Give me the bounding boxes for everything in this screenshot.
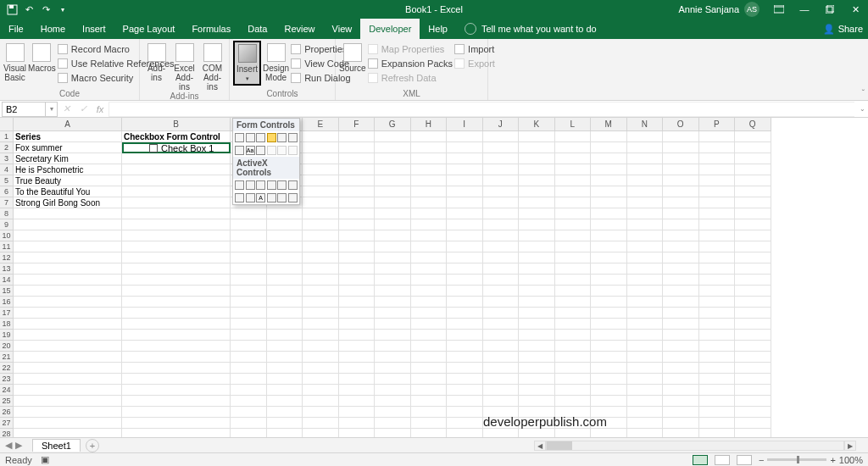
fc-edit-icon[interactable]: [288, 146, 298, 155]
cell-A10[interactable]: [14, 230, 122, 241]
cell-K15[interactable]: [519, 286, 555, 297]
row-header-18[interactable]: 18: [0, 319, 14, 330]
cell-Q28[interactable]: [735, 429, 771, 437]
cell-O10[interactable]: [663, 230, 699, 241]
cell-E19[interactable]: [303, 330, 339, 341]
cell-E20[interactable]: [303, 341, 339, 352]
cell-B16[interactable]: [122, 297, 231, 308]
cell-A19[interactable]: [14, 330, 122, 341]
cell-G9[interactable]: [375, 219, 411, 230]
horizontal-scrollbar[interactable]: ◀ ▶: [534, 440, 856, 452]
cell-D17[interactable]: [267, 308, 303, 319]
cell-L9[interactable]: [555, 219, 592, 230]
cell-P9[interactable]: [699, 219, 736, 230]
cell-C17[interactable]: [231, 308, 267, 319]
cell-N20[interactable]: [627, 341, 664, 352]
cell-C24[interactable]: [231, 385, 267, 396]
cell-J23[interactable]: [483, 374, 520, 385]
cell-E23[interactable]: [303, 374, 339, 385]
cell-A18[interactable]: [14, 319, 122, 330]
cell-H19[interactable]: [411, 330, 448, 341]
cell-Q13[interactable]: [735, 264, 771, 275]
cell-E26[interactable]: [303, 407, 339, 418]
cell-K19[interactable]: [519, 330, 555, 341]
cell-O26[interactable]: [663, 407, 699, 418]
cell-G7[interactable]: [375, 197, 411, 208]
cell-L16[interactable]: [555, 297, 592, 308]
cell-F14[interactable]: [339, 275, 376, 286]
cell-G28[interactable]: [375, 429, 411, 437]
cell-L22[interactable]: [555, 363, 592, 374]
ax-combo-icon[interactable]: [246, 180, 255, 190]
zoom-in-icon[interactable]: +: [830, 455, 835, 465]
cell-E10[interactable]: [303, 230, 339, 241]
col-header-F[interactable]: F: [339, 118, 376, 131]
cell-F28[interactable]: [339, 429, 376, 437]
cell-L6[interactable]: [555, 186, 592, 197]
cell-L17[interactable]: [555, 308, 592, 319]
cell-C18[interactable]: [231, 319, 267, 330]
cell-O12[interactable]: [663, 252, 699, 264]
cell-G14[interactable]: [375, 275, 411, 286]
cell-N11[interactable]: [627, 241, 664, 252]
cell-M1[interactable]: [591, 131, 627, 142]
user-account[interactable]: Annie Sanjana AS: [678, 2, 760, 17]
cell-E2[interactable]: [303, 142, 339, 153]
cell-M11[interactable]: [591, 241, 627, 252]
cell-J9[interactable]: [483, 219, 520, 230]
tab-file[interactable]: File: [0, 19, 32, 39]
cell-F25[interactable]: [339, 396, 376, 407]
save-icon[interactable]: [4, 2, 19, 17]
expand-formula-bar-icon[interactable]: ⌄: [856, 102, 868, 117]
macros-button[interactable]: Macros: [28, 41, 56, 73]
cell-E7[interactable]: [303, 197, 339, 208]
cell-I16[interactable]: [447, 297, 483, 308]
macro-record-status-icon[interactable]: ▣: [41, 454, 49, 465]
cell-N28[interactable]: [627, 429, 664, 437]
cell-B17[interactable]: [122, 308, 231, 319]
cell-M17[interactable]: [591, 308, 627, 319]
cell-D24[interactable]: [267, 385, 303, 396]
sheet-tab-1[interactable]: Sheet1: [32, 439, 81, 452]
cell-K14[interactable]: [519, 275, 555, 286]
cell-B3[interactable]: [122, 153, 231, 164]
cell-P1[interactable]: [699, 131, 736, 142]
row-header-7[interactable]: 7: [0, 197, 14, 208]
select-all-corner[interactable]: [0, 118, 14, 131]
cell-B5[interactable]: [122, 175, 231, 186]
cell-G24[interactable]: [375, 385, 411, 396]
cell-M14[interactable]: [591, 275, 627, 286]
cell-B11[interactable]: [122, 241, 231, 252]
ax-listbox-icon[interactable]: [267, 180, 276, 190]
cell-O25[interactable]: [663, 396, 699, 407]
cell-A8[interactable]: [14, 208, 122, 219]
cell-J7[interactable]: [483, 197, 520, 208]
row-header-1[interactable]: 1: [0, 131, 14, 142]
cell-N8[interactable]: [627, 208, 664, 219]
cell-B19[interactable]: [122, 330, 231, 341]
col-header-L[interactable]: L: [555, 118, 592, 131]
cell-N5[interactable]: [627, 175, 664, 186]
cell-J5[interactable]: [483, 175, 520, 186]
cell-P3[interactable]: [699, 153, 736, 164]
cell-A16[interactable]: [14, 297, 122, 308]
cell-D9[interactable]: [267, 219, 303, 230]
cell-G18[interactable]: [375, 319, 411, 330]
cell-O4[interactable]: [663, 164, 699, 175]
cell-L2[interactable]: [555, 142, 592, 153]
cell-G1[interactable]: [375, 131, 411, 142]
tab-review[interactable]: Review: [275, 19, 323, 39]
cell-F19[interactable]: [339, 330, 376, 341]
cell-M8[interactable]: [591, 208, 627, 219]
cell-Q20[interactable]: [735, 341, 771, 352]
new-sheet-button[interactable]: +: [86, 439, 99, 452]
cell-M16[interactable]: [591, 297, 627, 308]
cell-Q6[interactable]: [735, 186, 771, 197]
cell-J11[interactable]: [483, 241, 520, 252]
row-header-27[interactable]: 27: [0, 418, 14, 429]
ax-textbox-icon[interactable]: [277, 180, 287, 190]
ax-scroll-icon[interactable]: [288, 180, 298, 190]
cell-G2[interactable]: [375, 142, 411, 153]
cell-J18[interactable]: [483, 319, 520, 330]
cell-H2[interactable]: [411, 142, 448, 153]
